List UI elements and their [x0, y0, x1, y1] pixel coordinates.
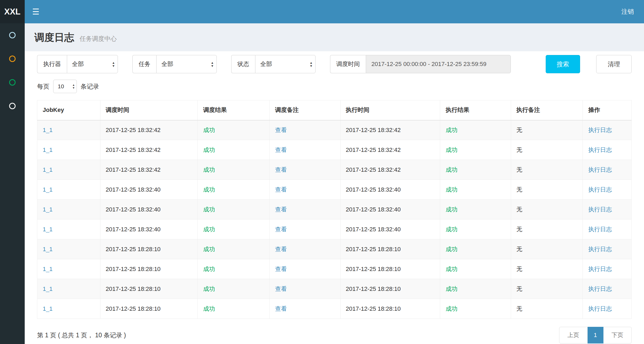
- col-handle-result: 执行结果: [440, 100, 511, 120]
- trigger-msg-link[interactable]: 查看: [275, 186, 287, 193]
- job-key-link[interactable]: 1_1: [43, 206, 53, 213]
- trigger-msg-link[interactable]: 查看: [275, 206, 287, 213]
- sidebar-item-1[interactable]: [0, 23, 25, 47]
- trigger-msg-link[interactable]: 查看: [275, 286, 287, 292]
- job-select[interactable]: 全部 ▴▾: [156, 55, 217, 73]
- handle-time: 2017-12-25 18:32:42: [340, 120, 440, 140]
- executor-filter-label: 执行器: [37, 55, 67, 73]
- job-key-link[interactable]: 1_1: [43, 246, 53, 252]
- sidebar-item-2[interactable]: [0, 47, 25, 71]
- handle-time: 2017-12-25 18:28:10: [340, 239, 440, 259]
- handle-msg: 无: [511, 279, 583, 299]
- action-link[interactable]: 执行日志: [588, 246, 612, 252]
- app-logo[interactable]: XXL: [0, 0, 25, 23]
- table-row: 1_12017-12-25 18:28:10成功查看2017-12-25 18:…: [37, 279, 632, 299]
- filter-bar: 执行器 全部 ▴▾ 任务 全部 ▴▾ 状态 全部 ▴▾: [37, 55, 632, 73]
- trigger-time: 2017-12-25 18:32:40: [100, 200, 198, 219]
- search-button[interactable]: 搜索: [546, 55, 580, 73]
- trigger-time: 2017-12-25 18:28:10: [100, 259, 198, 279]
- action-link-cell: 执行日志: [583, 180, 632, 200]
- action-link-cell: 执行日志: [583, 160, 632, 180]
- job-key-link[interactable]: 1_1: [43, 305, 53, 312]
- next-page-button[interactable]: 下页: [603, 327, 632, 343]
- select-arrows-icon: ▴▾: [211, 61, 213, 67]
- col-trigger-result: 调度结果: [198, 100, 270, 120]
- action-link[interactable]: 执行日志: [588, 266, 612, 272]
- page-size-control: 每页 10 ▴▾ 条记录: [37, 80, 632, 93]
- circle-icon: [9, 79, 16, 86]
- col-handle-msg: 执行备注: [511, 100, 583, 120]
- col-jobkey: JobKey: [37, 100, 100, 120]
- action-link-cell: 执行日志: [583, 219, 632, 239]
- clear-button[interactable]: 清理: [596, 55, 632, 73]
- current-page-button[interactable]: 1: [588, 327, 603, 343]
- job-filter-group: 任务 全部 ▴▾: [132, 55, 217, 73]
- action-link-cell: 执行日志: [583, 299, 632, 319]
- action-link[interactable]: 执行日志: [588, 147, 612, 153]
- select-arrows-icon: ▴▾: [73, 83, 74, 89]
- job-key-link[interactable]: 1_1: [43, 286, 53, 292]
- logout-link[interactable]: 注销: [611, 0, 644, 23]
- executor-select[interactable]: 全部 ▴▾: [67, 55, 118, 73]
- sidebar-toggle-icon[interactable]: ☰: [25, 0, 47, 23]
- handle-msg: 无: [511, 120, 583, 140]
- job-key-link[interactable]: 1_1: [43, 147, 53, 153]
- action-link[interactable]: 执行日志: [588, 226, 612, 233]
- sidebar-item-3[interactable]: [0, 71, 25, 94]
- trigger-time: 2017-12-25 18:28:10: [100, 279, 198, 299]
- sidebar-menu: [0, 23, 25, 118]
- table-row: 1_12017-12-25 18:32:42成功查看2017-12-25 18:…: [37, 160, 632, 180]
- trigger-result: 成功: [198, 200, 270, 219]
- prev-page-button[interactable]: 上页: [559, 327, 588, 343]
- action-link[interactable]: 执行日志: [588, 186, 612, 193]
- handle-time: 2017-12-25 18:32:40: [340, 180, 440, 200]
- trigger-msg-link[interactable]: 查看: [275, 246, 287, 252]
- handle-msg: 无: [511, 180, 583, 200]
- handle-result: 成功: [440, 180, 511, 200]
- trigger-result: 成功: [198, 219, 270, 239]
- job-key-link-cell: 1_1: [37, 219, 100, 239]
- job-key-link-cell: 1_1: [37, 160, 100, 180]
- trigger-result: 成功: [198, 160, 270, 180]
- job-key-link[interactable]: 1_1: [43, 166, 53, 173]
- main-panel: 执行器 全部 ▴▾ 任务 全部 ▴▾ 状态 全部 ▴▾: [25, 51, 644, 344]
- job-key-link[interactable]: 1_1: [43, 226, 53, 233]
- job-key-link-cell: 1_1: [37, 279, 100, 299]
- trigger-msg-link[interactable]: 查看: [275, 127, 287, 133]
- trigger-msg-link-cell: 查看: [270, 140, 340, 160]
- handle-result: 成功: [440, 219, 511, 239]
- action-link[interactable]: 执行日志: [588, 286, 612, 292]
- log-table-body: 1_12017-12-25 18:32:42成功查看2017-12-25 18:…: [37, 120, 632, 319]
- action-link[interactable]: 执行日志: [588, 305, 612, 312]
- handle-result: 成功: [440, 140, 511, 160]
- handle-msg: 无: [511, 219, 583, 239]
- page-size-select[interactable]: 10 ▴▾: [53, 80, 77, 93]
- trigger-result: 成功: [198, 259, 270, 279]
- job-key-link[interactable]: 1_1: [43, 186, 53, 193]
- trigger-time: 2017-12-25 18:32:42: [100, 120, 198, 140]
- trigger-msg-link[interactable]: 查看: [275, 266, 287, 272]
- trigger-msg-link[interactable]: 查看: [275, 147, 287, 153]
- page-size-prefix-label: 每页: [37, 82, 49, 91]
- top-navbar: XXL ☰ 注销: [0, 0, 644, 23]
- trigger-result: 成功: [198, 299, 270, 319]
- trigger-msg-link[interactable]: 查看: [275, 166, 287, 173]
- trigger-time-range-input[interactable]: [366, 55, 511, 73]
- trigger-msg-link-cell: 查看: [270, 279, 340, 299]
- trigger-time: 2017-12-25 18:32:42: [100, 160, 198, 180]
- table-footer: 第 1 页 ( 总共 1 页， 10 条记录 ) 上页 1 下页: [37, 327, 632, 343]
- sidebar-item-4[interactable]: [0, 94, 25, 118]
- job-key-link-cell: 1_1: [37, 259, 100, 279]
- trigger-msg-link[interactable]: 查看: [275, 226, 287, 233]
- trigger-msg-link[interactable]: 查看: [275, 305, 287, 312]
- status-select[interactable]: 全部 ▴▾: [255, 55, 316, 73]
- handle-msg: 无: [511, 200, 583, 219]
- action-link[interactable]: 执行日志: [588, 166, 612, 173]
- handle-msg: 无: [511, 160, 583, 180]
- job-key-link[interactable]: 1_1: [43, 127, 53, 133]
- job-key-link[interactable]: 1_1: [43, 266, 53, 272]
- action-link[interactable]: 执行日志: [588, 127, 612, 133]
- action-link[interactable]: 执行日志: [588, 206, 612, 213]
- job-key-link-cell: 1_1: [37, 200, 100, 219]
- col-handle-time: 执行时间: [340, 100, 440, 120]
